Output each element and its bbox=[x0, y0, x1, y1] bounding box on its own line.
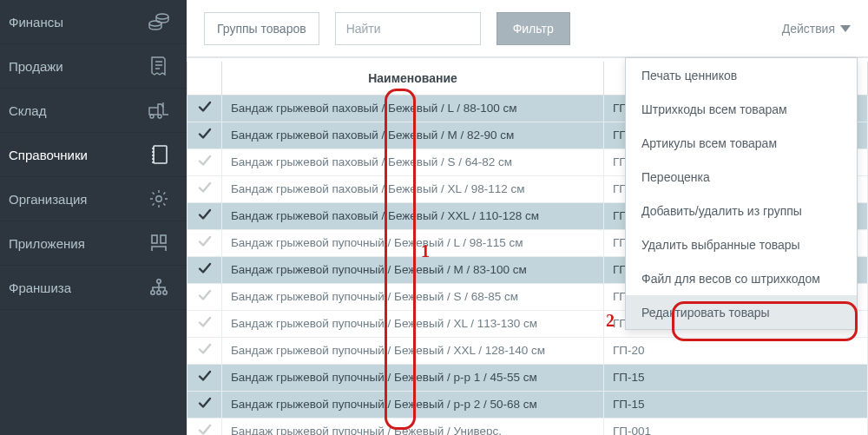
cell-name: Бандаж грыжевой пупочный / Бежевый / M /… bbox=[222, 256, 604, 283]
check-icon[interactable] bbox=[198, 288, 212, 302]
cell-name: Бандаж грыжевой пупочный / Бежевый / S /… bbox=[222, 283, 604, 310]
actions-menu-item-0[interactable]: Печать ценников bbox=[626, 58, 857, 92]
search-input[interactable] bbox=[335, 12, 481, 45]
gear-icon bbox=[147, 187, 171, 211]
svg-point-9 bbox=[157, 280, 161, 283]
actions-menu-item-3[interactable]: Переоценка bbox=[626, 160, 857, 194]
check-icon[interactable] bbox=[198, 396, 212, 410]
svg-rect-5 bbox=[154, 146, 167, 163]
actions-label: Действия bbox=[782, 22, 835, 36]
cell-name: Бандаж грыжевой пупочный / Бежевый / XXL… bbox=[222, 337, 604, 364]
table-row[interactable]: Бандаж грыжевой пупочный / Бежевый / р-р… bbox=[187, 364, 868, 391]
cell-sku: ГП-001 bbox=[604, 418, 868, 435]
svg-rect-8 bbox=[161, 235, 166, 243]
sidebar-item-5[interactable]: Приложения bbox=[0, 221, 187, 266]
actions-menu-item-6[interactable]: Файл для весов со штрихкодом bbox=[626, 261, 857, 295]
receipt-icon bbox=[147, 54, 171, 78]
cell-name: Бандаж грыжевой пупочный / Бежевый / L /… bbox=[222, 229, 604, 256]
forklift-icon bbox=[147, 98, 171, 122]
sidebar-item-label: Справочники bbox=[9, 148, 88, 162]
cell-name: Бандаж грыжевой пупочный / Бежевый / XL … bbox=[222, 310, 604, 337]
check-icon[interactable] bbox=[198, 181, 212, 194]
table-row[interactable]: Бандаж грыжевой пупочный / Бежевый / Уни… bbox=[187, 418, 868, 435]
sidebar-item-label: Приложения bbox=[9, 236, 85, 251]
apps-icon bbox=[147, 231, 171, 255]
notebook-icon bbox=[147, 142, 171, 167]
sidebar: Финансы Продажи Склад Справочники Органи… bbox=[0, 0, 187, 435]
svg-point-10 bbox=[151, 291, 155, 294]
check-icon[interactable] bbox=[198, 208, 212, 221]
actions-menu-item-1[interactable]: Штрихкоды всем товарам bbox=[626, 92, 857, 126]
sidebar-item-4[interactable]: Организация bbox=[0, 177, 187, 221]
toolbar: Группы товаров Фильтр Действия bbox=[187, 0, 868, 57]
sidebar-item-6[interactable]: Франшиза bbox=[0, 266, 187, 310]
check-icon[interactable] bbox=[198, 100, 212, 114]
check-icon[interactable] bbox=[198, 234, 212, 248]
check-icon[interactable] bbox=[198, 261, 212, 275]
cell-name: Бандаж грыжевой паховый / Бежевый / XL /… bbox=[222, 175, 604, 202]
table-row[interactable]: Бандаж грыжевой пупочный / Бежевый / р-р… bbox=[187, 391, 868, 418]
cell-name: Бандаж грыжевой паховый / Бежевый / S / … bbox=[222, 148, 604, 175]
table-row[interactable]: Бандаж грыжевой пупочный / Бежевый / XXL… bbox=[187, 337, 868, 364]
groups-button[interactable]: Группы товаров bbox=[204, 12, 319, 45]
cell-sku: ГП-15 bbox=[604, 391, 868, 418]
sidebar-item-label: Склад bbox=[9, 103, 46, 118]
chevron-down-icon bbox=[840, 25, 851, 32]
sidebar-item-label: Организация bbox=[9, 192, 87, 207]
cell-name: Бандаж грыжевой пупочный / Бежевый / р-р… bbox=[222, 364, 604, 391]
check-icon[interactable] bbox=[198, 127, 212, 141]
cell-name: Бандаж грыжевой пупочный / Бежевый / р-р… bbox=[222, 391, 604, 418]
check-icon[interactable] bbox=[198, 342, 212, 356]
sidebar-item-2[interactable]: Склад bbox=[0, 89, 187, 133]
cell-sku: ГП-15 bbox=[604, 364, 868, 391]
svg-rect-2 bbox=[149, 108, 158, 115]
check-icon[interactable] bbox=[198, 369, 212, 383]
check-icon[interactable] bbox=[198, 154, 212, 168]
sidebar-item-label: Продажи bbox=[9, 59, 63, 74]
sidebar-item-label: Франшиза bbox=[9, 280, 71, 295]
svg-point-0 bbox=[156, 14, 168, 19]
sidebar-item-3[interactable]: Справочники bbox=[0, 133, 187, 177]
filter-button[interactable]: Фильтр bbox=[496, 12, 570, 45]
actions-dropdown: Печать ценниковШтрихкоды всем товарамАрт… bbox=[625, 57, 858, 330]
sidebar-item-0[interactable]: Финансы bbox=[0, 0, 187, 44]
col-check[interactable] bbox=[187, 62, 222, 95]
check-icon[interactable] bbox=[198, 423, 212, 435]
actions-trigger[interactable]: Действия bbox=[782, 22, 851, 36]
svg-point-12 bbox=[163, 291, 167, 294]
svg-rect-7 bbox=[152, 235, 157, 243]
sidebar-item-label: Финансы bbox=[9, 15, 63, 30]
actions-menu-item-5[interactable]: Удалить выбранные товары bbox=[626, 227, 857, 261]
cell-sku: ГП-20 bbox=[604, 337, 868, 364]
col-name[interactable]: Наименование bbox=[222, 62, 604, 95]
sidebar-item-1[interactable]: Продажи bbox=[0, 44, 187, 89]
actions-menu-item-7[interactable]: Редактировать товары bbox=[626, 295, 857, 329]
svg-point-6 bbox=[156, 196, 161, 201]
check-icon[interactable] bbox=[198, 315, 212, 329]
main-area: Группы товаров Фильтр Действия Наименова… bbox=[187, 0, 868, 435]
coins-icon bbox=[147, 10, 171, 34]
cell-name: Бандаж грыжевой пупочный / Бежевый / Уни… bbox=[222, 418, 604, 435]
actions-menu-item-2[interactable]: Артикулы всем товарам bbox=[626, 126, 857, 160]
cell-name: Бандаж грыжевой паховый / Бежевый / XXL … bbox=[222, 202, 604, 229]
tree-icon bbox=[147, 275, 171, 300]
actions-menu-item-4[interactable]: Добавить/удалить из группы bbox=[626, 194, 857, 227]
cell-name: Бандаж грыжевой паховый / Бежевый / L / … bbox=[222, 95, 604, 122]
svg-point-4 bbox=[158, 115, 161, 118]
svg-point-3 bbox=[150, 115, 154, 118]
svg-point-11 bbox=[157, 291, 161, 294]
cell-name: Бандаж грыжевой паховый / Бежевый / M / … bbox=[222, 122, 604, 148]
svg-point-1 bbox=[149, 21, 161, 26]
